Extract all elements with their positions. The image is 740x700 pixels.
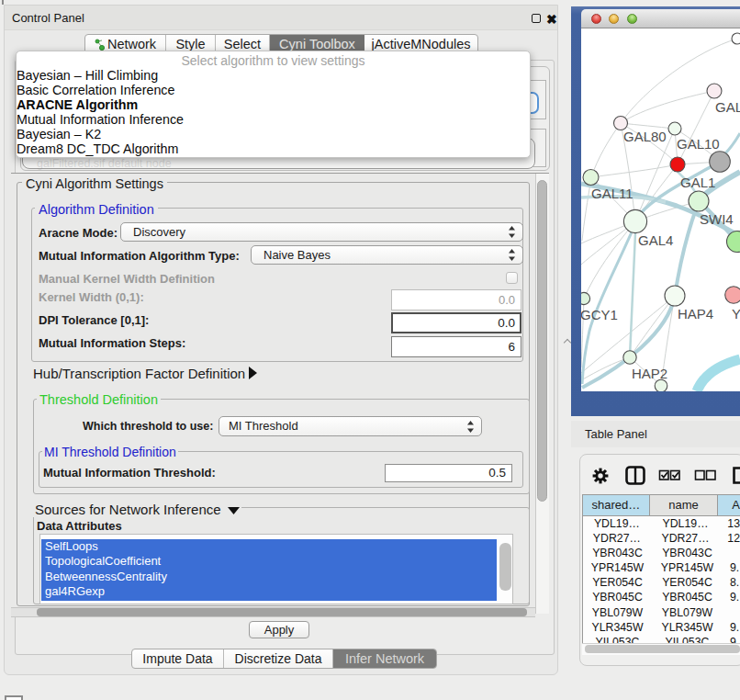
svg-text:GAL10: GAL10 (677, 136, 720, 152)
svg-text:SWI4: SWI4 (700, 211, 734, 227)
svg-text:GAL: GAL (715, 99, 740, 115)
svg-text:HAP4: HAP4 (678, 306, 713, 322)
svg-text:GAL11: GAL11 (591, 186, 633, 201)
svg-text:HAP2: HAP2 (632, 366, 667, 381)
svg-text:GAL1: GAL1 (680, 175, 715, 190)
svg-text:GCY1: GCY1 (581, 307, 618, 322)
svg-text:GAL80: GAL80 (623, 129, 667, 144)
svg-text:GAL4: GAL4 (638, 232, 673, 248)
svg-text:Y: Y (732, 306, 740, 322)
